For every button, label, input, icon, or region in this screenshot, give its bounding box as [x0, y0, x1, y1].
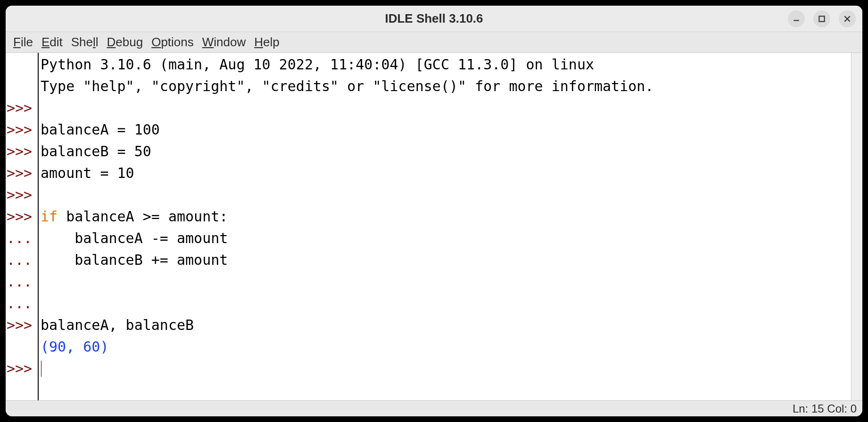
- window-title: IDLE Shell 3.10.6: [385, 11, 483, 26]
- text-cursor: [41, 361, 41, 377]
- menu-edit[interactable]: Edit: [38, 34, 66, 51]
- banner-line-1: Python 3.10.6 (main, Aug 10 2022, 11:40:…: [41, 56, 594, 73]
- prompt-gutter: >>> >>> >>> >>> >>> >>> ... ... ... ... …: [6, 53, 39, 400]
- menu-debug[interactable]: Debug: [103, 34, 147, 51]
- banner-line-2: Type "help", "copyright", "credits" or "…: [41, 78, 653, 94]
- line-col-indicator: Ln: 15 Col: 0: [793, 402, 857, 415]
- code-line: balanceB = 50: [41, 143, 151, 160]
- close-button[interactable]: [839, 10, 856, 27]
- titlebar: IDLE Shell 3.10.6: [6, 6, 862, 32]
- editor-area: >>> >>> >>> >>> >>> >>> ... ... ... ... …: [6, 53, 862, 400]
- close-icon: [843, 15, 851, 23]
- menubar: File Edit Shell Debug Options Window Hel…: [6, 32, 862, 53]
- window: IDLE Shell 3.10.6 File Edit Shell Debug …: [6, 6, 862, 416]
- maximize-button[interactable]: [813, 10, 830, 27]
- minimize-icon: [792, 15, 801, 23]
- shell-text[interactable]: Python 3.10.6 (main, Aug 10 2022, 11:40:…: [39, 53, 851, 400]
- output-line: (90, 60): [41, 338, 109, 355]
- window-controls: [788, 10, 856, 27]
- code-line: balanceB += amount: [41, 252, 228, 268]
- svg-rect-1: [819, 16, 824, 21]
- menu-shell[interactable]: Shell: [67, 34, 102, 51]
- code-line: balanceA = 100: [41, 121, 160, 138]
- code-line: balanceA, balanceB: [41, 317, 194, 333]
- menu-options[interactable]: Options: [148, 34, 198, 51]
- minimize-button[interactable]: [788, 10, 805, 27]
- code-line: if balanceA >= amount:: [41, 208, 228, 225]
- statusbar: Ln: 15 Col: 0: [6, 400, 862, 416]
- menu-help[interactable]: Help: [250, 34, 283, 51]
- cursor-line: [41, 360, 41, 377]
- code-line: amount = 10: [41, 165, 134, 181]
- vertical-scrollbar[interactable]: [851, 53, 862, 400]
- code-line: balanceA -= amount: [41, 230, 228, 246]
- maximize-icon: [818, 15, 826, 23]
- menu-window[interactable]: Window: [198, 34, 249, 51]
- menu-file[interactable]: File: [9, 34, 37, 51]
